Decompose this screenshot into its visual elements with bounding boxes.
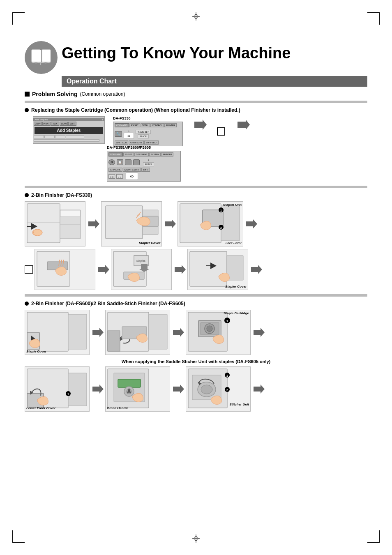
svg-marker-50	[92, 328, 104, 337]
svg-marker-23	[165, 219, 176, 228]
finisher-bullet-2	[25, 302, 29, 306]
svg-rect-66	[68, 373, 87, 406]
crosshair-bottom	[192, 534, 200, 543]
arrow-saddle-1	[91, 383, 104, 395]
step-5-img: staples	[111, 249, 172, 290]
stapler-cover-label-2: Stapler Cover	[225, 285, 247, 288]
staple-cartridge-label: Staple Cartridge	[224, 311, 249, 315]
svg-text:1: 1	[220, 209, 222, 212]
book-icon	[31, 48, 51, 67]
saddle-step-1: 1 Lower Front Cover	[25, 366, 90, 412]
crosshair-top	[192, 12, 200, 21]
svg-point-61	[207, 326, 212, 332]
finisher-330-steps-1: Stapler Cover 1 2	[25, 201, 367, 246]
arrow-saddle-3	[252, 383, 265, 395]
arrow-step2	[164, 218, 176, 230]
arrow-fs600-2	[172, 326, 184, 339]
step-1-img	[25, 201, 85, 246]
finisher-bullet-1	[25, 193, 29, 197]
header-section: Getting To Know Your Machine	[25, 41, 367, 74]
saddle-steps: 1 Lower Front Cover	[25, 366, 367, 412]
finisher-600-section: 2-Bin Finisher (DA-FS600)/2 Bin Saddle-S…	[25, 301, 367, 412]
svg-marker-9	[194, 120, 207, 130]
arrow-step4	[97, 263, 109, 276]
step-checkbox	[217, 127, 225, 136]
section-heading-text: Problem Solving	[32, 91, 77, 97]
finisher-600-text: 2-Bin Finisher (DA-FS600)/2 Bin Saddle-S…	[31, 301, 185, 306]
step-2-img: Stapler Cover	[101, 201, 162, 246]
lower-front-cover-label: Lower Front Cover	[26, 406, 55, 410]
replacing-heading: Replacing the Staple Cartridge (Common o…	[25, 107, 367, 113]
svg-point-82	[201, 385, 212, 394]
arrow-fs600-3	[252, 326, 265, 339]
svg-rect-7	[42, 50, 51, 62]
finisher-330-text: 2-Bin Finisher (DA-FS330)	[31, 192, 92, 198]
svg-text:1: 1	[67, 393, 69, 396]
gray-separator-1	[25, 101, 367, 103]
green-handle-label: Green Handle	[107, 406, 128, 410]
add-staples-button[interactable]: Add Staples	[35, 127, 103, 134]
svg-rect-53	[108, 331, 120, 351]
svg-rect-6	[32, 50, 40, 62]
saddle-step-2: Green Handle	[105, 366, 170, 412]
book-icon-container	[25, 41, 58, 74]
page-title: Getting To Know Your Machine	[62, 41, 291, 61]
svg-text:1: 1	[226, 374, 228, 377]
add-staples-mockup: Add Staples 1 COPY PRINT FAX SCAN EDIT A…	[33, 116, 105, 146]
checkbox-step4	[25, 265, 33, 274]
svg-rect-47	[68, 314, 87, 349]
da-fs330-label: DA-FS330	[113, 116, 183, 120]
svg-marker-88	[254, 385, 265, 394]
fs600-step-1: Staple Cover	[25, 310, 90, 355]
fs600-step-2	[105, 310, 170, 355]
svg-rect-11	[27, 204, 60, 243]
arrow-fs600-1	[91, 326, 104, 339]
step-4-img	[35, 249, 95, 290]
lock-lever-label: Lock Lever	[226, 241, 242, 245]
staple-cover-label: Staple Cover	[26, 350, 46, 353]
corner-mark-tl	[12, 12, 25, 25]
subtitle-bar: Operation Chart	[62, 76, 367, 87]
svg-marker-34	[98, 265, 109, 274]
svg-marker-31	[246, 219, 257, 228]
finisher-330-heading: 2-Bin Finisher (DA-FS330)	[25, 192, 367, 198]
svg-text:2: 2	[226, 389, 228, 391]
svg-marker-78	[173, 385, 184, 394]
gray-separator-2	[25, 186, 367, 188]
da-fs355-panel: DA-FS355A/FS600/FS605 COPY-MNG FS-SET CO…	[107, 145, 367, 182]
finisher-600-steps: Staple Cover	[25, 310, 367, 355]
finisher-330-section: 2-Bin Finisher (DA-FS330)	[25, 192, 367, 290]
svg-marker-19	[88, 219, 99, 228]
da-fs330-panel: DA-FS330 COPY-MNG FS-SET TOTAL CONTROL P…	[113, 116, 183, 146]
svg-rect-74	[118, 379, 141, 387]
section-bullet	[25, 92, 30, 97]
gray-separator-3	[25, 294, 367, 297]
title-area: Getting To Know Your Machine	[62, 41, 291, 61]
arrow-step1	[87, 218, 99, 230]
main-content: Getting To Know Your Machine Operation C…	[25, 41, 367, 416]
svg-text:1: 1	[226, 319, 228, 323]
svg-text:staples: staples	[136, 259, 146, 263]
svg-rect-52	[149, 314, 167, 349]
fs600-step-3: 1 Staple Cartridge	[186, 310, 251, 355]
arrow-step3	[245, 218, 257, 230]
stapler-unit-label: Stapler Unit	[223, 203, 242, 207]
svg-marker-56	[173, 328, 184, 337]
svg-rect-20	[106, 206, 143, 239]
panel-row: Add Staples 1 COPY PRINT FAX SCAN EDIT A…	[33, 116, 367, 146]
saddle-step-3: 1 2 Stitcher Unit	[186, 366, 251, 412]
svg-marker-45	[251, 265, 262, 274]
svg-marker-10	[238, 120, 250, 130]
svg-marker-40	[175, 265, 186, 274]
svg-rect-41	[190, 251, 227, 286]
svg-rect-17	[60, 210, 80, 216]
arrow-2	[234, 116, 251, 133]
saddle-heading: When supplying the Saddle Sticher Unit w…	[25, 359, 367, 364]
svg-text:2: 2	[220, 226, 222, 229]
corner-mark-tr	[367, 12, 380, 25]
corner-mark-bl	[12, 530, 25, 543]
stapler-cover-label-1: Stapler Cover	[139, 241, 160, 245]
arrow-1	[191, 116, 208, 133]
section-sub-text: (Common operation)	[80, 91, 125, 97]
replacing-text: Replacing the Staple Cartridge (Common o…	[31, 107, 240, 113]
